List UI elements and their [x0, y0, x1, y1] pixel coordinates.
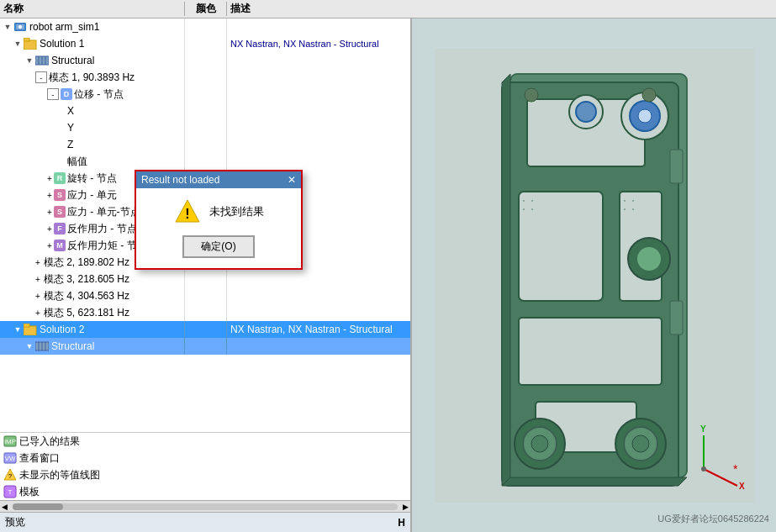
z-name-cell: Z	[0, 136, 185, 153]
solution2-expand[interactable]: ▼	[12, 324, 24, 335]
displacement-icon: D	[61, 88, 72, 100]
tree-item-x[interactable]: X	[0, 103, 410, 119]
dialog-ok-button[interactable]: 确定(O)	[182, 235, 254, 258]
warning-triangle-icon: !	[174, 198, 201, 225]
preview-shortcut: H	[398, 517, 405, 529]
svg-text:F: F	[57, 224, 62, 233]
svg-rect-71	[632, 208, 634, 210]
robot-arm-viewport[interactable]: X Y * UG爱好者论坛0645286224	[412, 18, 776, 532]
tree-item-root[interactable]: ▼ robot arm_sim1	[0, 18, 410, 35]
svg-rect-63	[670, 301, 683, 334]
svg-point-2	[18, 25, 22, 29]
stress-elem-icon: S	[54, 189, 66, 201]
scroll-left-btn[interactable]: ◀	[0, 503, 9, 511]
solution1-desc-cell: NX Nastran, NX Nastran - Structural	[227, 39, 410, 49]
svg-text:R: R	[57, 174, 63, 182]
mode5-plus[interactable]: +	[35, 308, 40, 318]
svg-rect-66	[523, 208, 525, 210]
structural1-expand[interactable]: ▼	[24, 55, 35, 66]
stress-node-icon: S	[54, 206, 66, 218]
bottom-item-1[interactable]: VW 查看窗口	[0, 450, 410, 466]
structural2-icon	[35, 340, 49, 352]
watermark: UG爱好者论坛0645286224	[657, 513, 769, 525]
tree-item-structural2[interactable]: ▼ Structural	[0, 338, 410, 355]
z-color	[185, 136, 227, 153]
tree-item-amplitude[interactable]: 幅值	[0, 153, 410, 170]
svg-text:Y: Y	[700, 424, 706, 434]
tree-item-mode3[interactable]: + 模态 3, 218.605 Hz	[0, 271, 410, 287]
svg-point-56	[531, 435, 548, 452]
structural2-expand[interactable]: ▼	[24, 340, 35, 352]
root-name-cell: ▼ robot arm_sim1	[0, 18, 185, 35]
svg-rect-64	[523, 200, 525, 202]
svg-marker-40	[502, 74, 510, 486]
bottom-items: IMP 已导入的结果 VW 查看窗口 ? 未显示的等值线图	[0, 432, 410, 500]
svg-point-61	[636, 246, 662, 271]
solution2-label: Solution 2	[40, 324, 182, 335]
dialog-title-bar: Result not loaded ✕	[136, 171, 301, 188]
svg-rect-3	[24, 40, 36, 50]
mode4-plus[interactable]: +	[35, 292, 40, 301]
mode3-color	[185, 271, 227, 287]
result-not-loaded-dialog: Result not loaded ✕ ! 未找到结果 确定(O)	[135, 170, 303, 270]
dialog-message-row: ! 未找到结果	[174, 198, 264, 225]
structural2-name-cell: ▼ Structural	[0, 338, 185, 355]
structural2-color-cell	[185, 338, 227, 355]
svg-rect-22	[24, 324, 29, 327]
tree-item-structural1[interactable]: ▼ Structural	[0, 52, 410, 69]
rotation-plus[interactable]: +	[47, 174, 52, 183]
dialog-close-btn[interactable]: ✕	[288, 174, 296, 186]
root-color-cell	[185, 18, 227, 35]
bottom-item-0[interactable]: IMP 已导入的结果	[0, 433, 410, 450]
tree-item-mode4[interactable]: + 模态 4, 304.563 Hz	[0, 287, 410, 304]
bottom-item-2[interactable]: ? 未显示的等值线图	[0, 466, 410, 483]
svg-rect-68	[624, 200, 626, 202]
reaction-force-plus[interactable]: +	[47, 224, 52, 234]
reaction-force-icon: F	[54, 223, 66, 234]
structural1-label: Structural	[51, 55, 182, 66]
mode3-plus[interactable]: +	[35, 275, 40, 284]
scrollbar-track	[13, 503, 398, 510]
bottom-item-1-label: 查看窗口	[19, 451, 60, 466]
preview-bar: 预览 H	[0, 512, 410, 532]
mode3-name-cell: + 模态 3, 218.605 Hz	[0, 271, 185, 287]
svg-marker-41	[502, 477, 687, 486]
tree-item-solution1[interactable]: ▼ Solution 1 NX Nastran, NX Nastran - St…	[0, 35, 410, 52]
stress-node-plus[interactable]: +	[47, 208, 52, 217]
svg-rect-4	[24, 38, 29, 41]
solution2-name-cell: ▼ Solution 2	[0, 321, 185, 338]
svg-text:S: S	[57, 191, 62, 199]
stress-elem-plus[interactable]: +	[47, 191, 52, 200]
col-desc-header: 描述	[227, 2, 776, 16]
tree-item-mode1[interactable]: - 模态 1, 90.3893 Hz	[0, 69, 410, 86]
tree-item-solution2[interactable]: ▼ Solution 2 NX Nastran, NX Nastran - St…	[0, 321, 410, 338]
solution1-folder-icon	[24, 38, 37, 50]
tree-item-displacement[interactable]: - D 位移 - 节点	[0, 86, 410, 103]
amplitude-label: 幅值	[67, 155, 182, 169]
root-expand[interactable]: ▼	[2, 21, 13, 33]
scroll-right-btn[interactable]: ▶	[401, 503, 410, 511]
reaction-moment-plus[interactable]: +	[47, 241, 52, 250]
column-headers: 名称 颜色 描述	[0, 0, 776, 18]
scrollbar-thumb[interactable]	[13, 503, 63, 510]
displacement-toggle[interactable]: -	[47, 88, 59, 100]
mode2-plus[interactable]: +	[35, 258, 40, 267]
bottom-item-0-label: 已导入的结果	[19, 435, 80, 449]
structural1-name-cell: ▼ Structural	[0, 52, 185, 69]
mode1-toggle[interactable]: -	[35, 71, 47, 83]
svg-rect-70	[624, 208, 626, 210]
bottom-scrollbar[interactable]: ◀ ▶	[0, 500, 410, 512]
solution1-expand[interactable]: ▼	[12, 38, 24, 50]
col-color-header: 颜色	[185, 2, 227, 16]
tree-item-z[interactable]: Z	[0, 136, 410, 153]
tree-item-y[interactable]: Y	[0, 119, 410, 136]
rotation-icon: R	[54, 172, 66, 184]
bottom-item-3[interactable]: T 模板	[0, 483, 410, 500]
mode4-name-cell: + 模态 4, 304.563 Hz	[0, 287, 185, 304]
solution2-folder-icon	[24, 324, 37, 335]
displacement-color	[185, 86, 227, 103]
robot-arm-svg: X Y *	[435, 49, 754, 503]
view-icon: VW	[3, 451, 17, 465]
tree-item-mode5[interactable]: + 模态 5, 623.181 Hz	[0, 304, 410, 321]
main-content: ▼ robot arm_sim1 ▼	[0, 18, 776, 532]
